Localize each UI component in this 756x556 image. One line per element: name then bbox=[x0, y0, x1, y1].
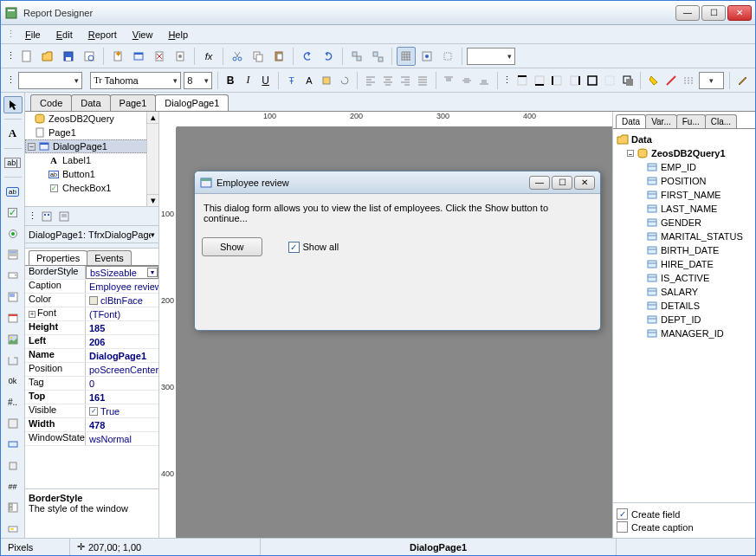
dialog-maximize[interactable]: ☐ bbox=[552, 176, 572, 190]
line-style-icon[interactable] bbox=[681, 71, 695, 90]
new-icon[interactable] bbox=[17, 47, 36, 66]
field-item[interactable]: HIRE_DATE bbox=[617, 257, 752, 271]
align-justify-icon[interactable] bbox=[416, 71, 430, 90]
menu-help[interactable]: Help bbox=[161, 28, 195, 42]
field-item[interactable]: FIRST_NAME bbox=[617, 188, 752, 202]
tab-data[interactable]: Data bbox=[616, 114, 646, 128]
field-item[interactable]: DETAILS bbox=[617, 299, 752, 313]
field-item[interactable]: BIRTH_DATE bbox=[617, 243, 752, 257]
checklistbox-tool[interactable] bbox=[3, 499, 23, 516]
tab-dialogpage1[interactable]: DialogPage1 bbox=[155, 94, 229, 111]
pointer-tool[interactable] bbox=[3, 96, 23, 113]
border-shadow-icon[interactable] bbox=[620, 71, 635, 90]
align-left-icon[interactable] bbox=[363, 71, 378, 90]
save-icon[interactable] bbox=[59, 47, 78, 66]
border-all-icon[interactable] bbox=[585, 71, 599, 90]
groupbox-tool[interactable] bbox=[3, 352, 23, 369]
fill-color-icon[interactable] bbox=[646, 71, 661, 90]
pagecontrol-tool[interactable]: #.. bbox=[3, 393, 23, 411]
underline-button[interactable]: U bbox=[258, 71, 273, 90]
maskedit-tool[interactable]: ## bbox=[3, 478, 23, 495]
valign-bottom-icon[interactable] bbox=[476, 71, 491, 90]
page-settings-icon[interactable] bbox=[171, 47, 190, 66]
collapse-icon[interactable]: – bbox=[627, 150, 634, 157]
ungroup-icon[interactable] bbox=[368, 47, 387, 66]
radio-tool[interactable] bbox=[3, 225, 23, 242]
tab-functions[interactable]: Fu... bbox=[676, 114, 706, 128]
menu-view[interactable]: View bbox=[126, 28, 160, 42]
prop-val[interactable]: clBtnFace bbox=[86, 294, 158, 307]
zoom-combo[interactable]: ▾ bbox=[467, 48, 515, 65]
border-left-icon[interactable] bbox=[550, 71, 565, 90]
border-right-icon[interactable] bbox=[567, 71, 582, 90]
brush-icon[interactable] bbox=[735, 71, 750, 90]
showall-checkbox[interactable]: ✓ Show all bbox=[288, 242, 339, 253]
prop-val[interactable]: 161 bbox=[86, 391, 158, 404]
scrollbar[interactable]: ▴▾ bbox=[146, 112, 158, 206]
field-item[interactable]: GENDER bbox=[617, 216, 752, 230]
group-icon[interactable] bbox=[347, 47, 366, 66]
close-button[interactable]: ✕ bbox=[727, 5, 752, 21]
valign-mid-icon[interactable] bbox=[459, 71, 474, 90]
copy-icon[interactable] bbox=[249, 47, 268, 66]
style-combo[interactable]: ▾ bbox=[18, 72, 82, 89]
align-center-icon[interactable] bbox=[380, 71, 395, 90]
minimize-button[interactable]: — bbox=[675, 5, 700, 21]
create-field-checkbox[interactable]: ✓Create field bbox=[617, 508, 752, 520]
field-item[interactable]: DEPT_ID bbox=[617, 313, 752, 326]
menu-report[interactable]: Report bbox=[81, 28, 124, 42]
menu-edit[interactable]: Edit bbox=[49, 28, 80, 42]
field-item[interactable]: IS_ACTIVE bbox=[617, 271, 752, 285]
collapse-icon[interactable]: – bbox=[28, 143, 36, 151]
tab-data[interactable]: Data bbox=[71, 94, 110, 111]
undo-icon[interactable] bbox=[298, 47, 317, 66]
field-item[interactable]: POSITION bbox=[617, 174, 752, 188]
delete-page-icon[interactable] bbox=[150, 47, 169, 66]
dialog-minimize[interactable]: — bbox=[529, 176, 550, 190]
show-button[interactable]: Show bbox=[202, 237, 262, 256]
border-top-icon[interactable] bbox=[514, 71, 529, 90]
sort-icon[interactable] bbox=[56, 209, 72, 224]
dialog-close[interactable]: ✕ bbox=[574, 176, 595, 190]
fit-grid-icon[interactable] bbox=[438, 47, 457, 66]
border-bottom-icon[interactable] bbox=[533, 71, 547, 90]
label1[interactable]: This dialog form allows you to view the … bbox=[202, 201, 593, 225]
prop-val[interactable]: wsNormal bbox=[86, 432, 158, 445]
new-page-icon[interactable]: ✦ bbox=[108, 47, 127, 66]
tab-code[interactable]: Code bbox=[30, 94, 72, 111]
tab-classes[interactable]: Cla... bbox=[705, 114, 737, 128]
cut-icon[interactable] bbox=[228, 47, 247, 66]
speedbtn-tool[interactable] bbox=[3, 457, 23, 475]
redo-icon[interactable] bbox=[319, 47, 338, 66]
memo-tool[interactable] bbox=[3, 288, 23, 306]
field-item[interactable]: MARITAL_STATUS bbox=[617, 230, 752, 243]
prop-val[interactable]: 0 bbox=[86, 377, 158, 390]
grid-icon[interactable] bbox=[397, 47, 416, 66]
filter-icon[interactable] bbox=[39, 209, 55, 224]
font-combo[interactable]: TrTahoma▾ bbox=[90, 72, 181, 89]
maximize-button[interactable]: ☐ bbox=[701, 5, 726, 21]
object-selector[interactable]: DialogPage1: TfrxDialogPage ▾ bbox=[25, 226, 158, 243]
open-icon[interactable] bbox=[38, 47, 57, 66]
field-item[interactable]: EMP_ID bbox=[617, 160, 752, 174]
snap-grid-icon[interactable] bbox=[417, 47, 436, 66]
prop-val[interactable]: 185 bbox=[86, 321, 158, 334]
highlight-icon[interactable] bbox=[320, 71, 334, 90]
font-size-combo[interactable]: 8▾ bbox=[184, 72, 211, 89]
rotate-icon[interactable] bbox=[337, 71, 352, 90]
field-item[interactable]: MANAGER_ID bbox=[617, 326, 752, 340]
tab-events[interactable]: Events bbox=[87, 250, 132, 265]
variables-icon[interactable]: fx bbox=[199, 47, 218, 66]
combobox-tool[interactable] bbox=[3, 267, 23, 284]
field-item[interactable]: SALARY bbox=[617, 285, 752, 299]
align-right-icon[interactable] bbox=[397, 71, 412, 90]
bevel-tool[interactable] bbox=[3, 415, 23, 432]
paste-icon[interactable] bbox=[269, 47, 288, 66]
edit-tool[interactable]: ab| bbox=[3, 154, 23, 171]
checkbox-tool[interactable]: ✓ bbox=[3, 204, 23, 221]
tab-page1[interactable]: Page1 bbox=[110, 94, 157, 111]
menu-file[interactable]: File bbox=[18, 28, 48, 42]
dblookup-tool[interactable] bbox=[3, 520, 23, 538]
field-item[interactable]: LAST_NAME bbox=[617, 202, 752, 216]
image-tool[interactable] bbox=[3, 330, 23, 347]
